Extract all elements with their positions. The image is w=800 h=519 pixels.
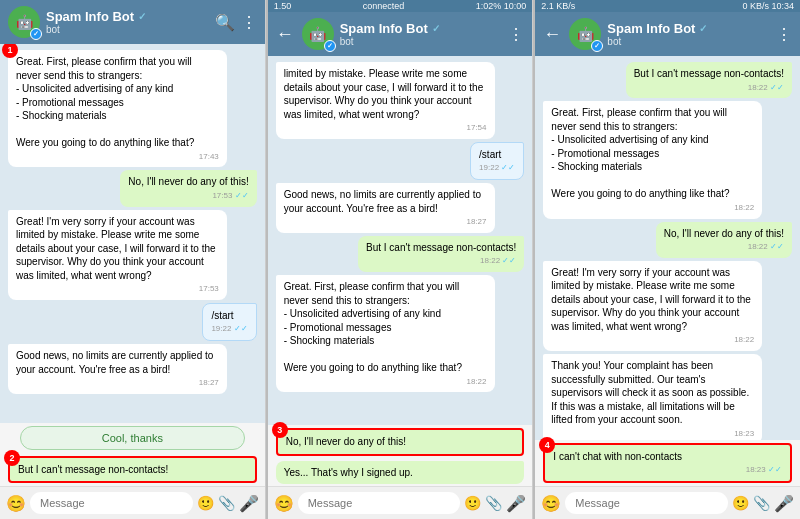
message-text: No, I'll never do any of this! (664, 227, 784, 241)
bot-status: bot (607, 36, 770, 47)
bot-name: Spam Info Bot ✓ (607, 21, 770, 36)
header-actions: ⋮ (508, 25, 524, 44)
chat-area: But I can't message non-contacts!18:22Gr… (535, 56, 800, 440)
message-wrapper: /start19:22 (276, 142, 525, 180)
bot-status: bot (340, 36, 503, 47)
attach-icon[interactable]: 📎 (485, 495, 502, 511)
message-time: 18:22 (551, 203, 754, 214)
message-text: Good news, no limits are currently appli… (284, 188, 487, 215)
input-area: 😊 🙂 📎 🎤 (0, 486, 265, 519)
message-user: But I can't message non-contacts!18:22 (626, 62, 792, 98)
message-user: No, I'll never do any of this!17:53 (120, 170, 256, 206)
message-time: 17:53 (16, 284, 219, 295)
message-time: 19:22 (479, 163, 515, 174)
input-area: 😊 🙂 📎 🎤 (535, 486, 800, 519)
message-bot: Great. First, please confirm that you wi… (543, 101, 762, 218)
menu-icon[interactable]: ⋮ (776, 25, 792, 44)
message-bot: Good news, no limits are currently appli… (276, 183, 495, 233)
message-wrapper: limited by mistake. Please write me some… (276, 62, 525, 139)
panel-3: 2.1 KB/s0 KB/s 10:34←🤖✓Spam Info Bot ✓bo… (535, 0, 800, 519)
header-info: Spam Info Bot ✓bot (340, 21, 503, 47)
highlighted-message[interactable]: No, I'll never do any of this! (276, 428, 525, 456)
status-bar: 1.50connected1:02% 10:00 (268, 0, 533, 12)
message-text: But I can't message non-contacts! (634, 67, 784, 81)
message-time: 18:22 (366, 256, 516, 267)
emoji-button[interactable]: 😊 (541, 494, 561, 513)
menu-icon[interactable]: ⋮ (508, 25, 524, 44)
emoji-button[interactable]: 😊 (6, 494, 26, 513)
highlighted-message-time: 18:23 (553, 465, 782, 476)
message-wrapper: Great! I'm very sorry if your account wa… (8, 210, 257, 300)
back-button[interactable]: ← (543, 24, 561, 45)
message-wrapper: Great. First, please confirm that you wi… (276, 275, 525, 392)
emoji-button[interactable]: 😊 (274, 494, 294, 513)
message-time: 17:43 (16, 152, 219, 163)
panel-1: 🤖✓Spam Info Bot ✓bot🔍⋮1Great. First, ple… (0, 0, 266, 519)
message-text: Good news, no limits are currently appli… (16, 349, 219, 376)
message-user: /start19:22 (202, 303, 256, 341)
message-time: 18:27 (16, 378, 219, 389)
number-label: 4 (539, 437, 555, 453)
message-input[interactable] (565, 492, 728, 514)
mic-icon[interactable]: 🎤 (239, 494, 259, 513)
message-text: Thank you! Your complaint has been succe… (551, 359, 754, 427)
message-text: Great. First, please confirm that you wi… (551, 106, 754, 201)
message-wrapper: Thank you! Your complaint has been succe… (543, 354, 792, 440)
message-wrapper: But I can't message non-contacts!18:22 (276, 236, 525, 272)
highlighted-message-wrapper: 3No, I'll never do any of this! (276, 428, 525, 456)
highlighted-message[interactable]: But I can't message non-contacts! (8, 456, 257, 484)
message-bot: limited by mistake. Please write me some… (276, 62, 495, 139)
message-input[interactable] (298, 492, 461, 514)
message-text: No, I'll never do any of this! (128, 175, 248, 189)
attach-sticker: 🙂 📎 (197, 495, 235, 511)
message-time: 18:23 (551, 429, 754, 440)
message-time: 18:27 (284, 217, 487, 228)
message-wrapper: Good news, no limits are currently appli… (8, 344, 257, 394)
verified-badge: ✓ (324, 40, 336, 52)
header-actions: ⋮ (776, 25, 792, 44)
message-time: 19:22 (211, 324, 247, 335)
sticker-icon[interactable]: 🙂 (732, 495, 749, 511)
message-bot: Thank you! Your complaint has been succe… (543, 354, 762, 440)
cool-thanks-button[interactable]: Cool, thanks (20, 426, 245, 450)
highlighted-message-text: But I can't message non-contacts! (18, 463, 247, 477)
sticker-icon[interactable]: 🙂 (197, 495, 214, 511)
bot-name: Spam Info Bot ✓ (46, 9, 209, 24)
message-time: 17:53 (128, 191, 248, 202)
message-text: But I can't message non-contacts! (366, 241, 516, 255)
message-wrapper: But I can't message non-contacts!18:22 (543, 62, 792, 98)
search-icon[interactable]: 🔍 (215, 13, 235, 32)
chat-header: ←🤖✓Spam Info Bot ✓bot⋮ (268, 12, 533, 56)
chat-area: limited by mistake. Please write me some… (268, 56, 533, 425)
mic-icon[interactable]: 🎤 (506, 494, 526, 513)
bot-name: Spam Info Bot ✓ (340, 21, 503, 36)
message-text: Great. First, please confirm that you wi… (284, 280, 487, 375)
message-text: /start (211, 309, 247, 323)
message-text: Great! I'm very sorry if your account wa… (551, 266, 754, 334)
message-bot: Great! I'm very sorry if your account wa… (8, 210, 227, 300)
highlighted-message-wrapper: 2But I can't message non-contacts! (8, 456, 257, 484)
verified-icon: ✓ (699, 23, 707, 34)
back-button[interactable]: ← (276, 24, 294, 45)
message-text: limited by mistake. Please write me some… (284, 67, 487, 121)
message-user: /start19:22 (470, 142, 524, 180)
sticker-icon[interactable]: 🙂 (464, 495, 481, 511)
attach-icon[interactable]: 📎 (753, 495, 770, 511)
extra-message-wrapper: Yes... That's why I signed up. (276, 461, 525, 485)
header-actions: 🔍⋮ (215, 13, 257, 32)
message-bot: Great. First, please confirm that you wi… (8, 50, 227, 167)
panel-2: 1.50connected1:02% 10:00←🤖✓Spam Info Bot… (268, 0, 534, 519)
number-label: 2 (4, 450, 20, 466)
attach-sticker: 🙂 📎 (732, 495, 770, 511)
highlighted-message-text: No, I'll never do any of this! (286, 435, 515, 449)
highlighted-message[interactable]: I can't chat with non-contacts18:23 (543, 443, 792, 483)
mic-icon[interactable]: 🎤 (774, 494, 794, 513)
highlighted-message-text: I can't chat with non-contacts (553, 450, 782, 464)
verified-badge: ✓ (591, 40, 603, 52)
attach-icon[interactable]: 📎 (218, 495, 235, 511)
message-wrapper: No, I'll never do any of this!17:53 (8, 170, 257, 206)
avatar: 🤖✓ (8, 6, 40, 38)
message-wrapper: No, I'll never do any of this!18:22 (543, 222, 792, 258)
message-input[interactable] (30, 492, 193, 514)
menu-icon[interactable]: ⋮ (241, 13, 257, 32)
